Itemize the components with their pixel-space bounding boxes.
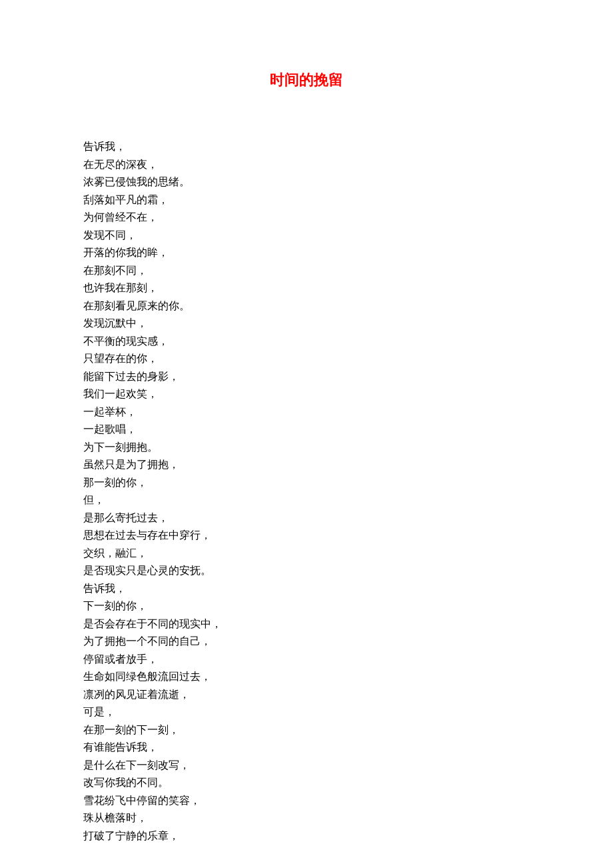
poem-line: 但， <box>83 491 530 509</box>
poem-line: 告诉我， <box>83 580 530 598</box>
poem-line: 下一刻的你， <box>83 597 530 615</box>
poem-line: 珠从檐落时， <box>83 809 530 827</box>
poem-line: 生命如同绿色般流回过去， <box>83 668 530 686</box>
poem-line: 是那么寄托过去， <box>83 509 530 527</box>
poem-line: 不平衡的现实感， <box>83 333 530 351</box>
poem-line: 那一刻的你， <box>83 474 530 492</box>
poem-line: 开落的你我的眸， <box>83 244 530 262</box>
poem-line: 有谁能告诉我， <box>83 739 530 757</box>
poem-line: 交织，融汇， <box>83 545 530 563</box>
poem-line: 一起歌唱， <box>83 421 530 439</box>
poem-line: 也许我在那刻， <box>83 279 530 297</box>
poem-line: 打破了宁静的乐章， <box>83 827 530 845</box>
poem-line: 发现沉默中， <box>83 315 530 333</box>
page-title: 时间的挽留 <box>83 70 530 90</box>
poem-line: 只望存在的你， <box>83 350 530 368</box>
poem-line: 改写你我的不同。 <box>83 774 530 792</box>
poem-line: 雪花纷飞中停留的笑容， <box>83 792 530 810</box>
poem-line: 发现不同， <box>83 227 530 245</box>
poem-line: 停留或者放手， <box>83 651 530 669</box>
poem-line: 为何曾经不在， <box>83 209 530 227</box>
poem-line: 是否会存在于不同的现实中， <box>83 615 530 633</box>
poem-line: 思想在过去与存在中穿行， <box>83 527 530 545</box>
poem-line: 凛冽的风见证着流逝， <box>83 686 530 704</box>
poem-line: 为下一刻拥抱。 <box>83 439 530 457</box>
poem-line: 在无尽的深夜， <box>83 156 530 174</box>
poem-line: 可是， <box>83 703 530 721</box>
poem-line: 在那一刻的下一刻， <box>83 721 530 739</box>
poem-line: 告诉我， <box>83 138 530 156</box>
poem-line: 刮落如平凡的霜， <box>83 191 530 209</box>
poem-line: 浓雾已侵蚀我的思绪。 <box>83 173 530 191</box>
poem-line: 我们一起欢笑， <box>83 385 530 403</box>
poem-line: 一起举杯， <box>83 403 530 421</box>
poem-line: 是什么在下一刻改写， <box>83 757 530 775</box>
poem-line: 在那刻看见原来的你。 <box>83 297 530 315</box>
poem-line: 在那刻不同， <box>83 262 530 280</box>
poem-line: 虽然只是为了拥抱， <box>83 456 530 474</box>
poem-line: 是否现实只是心灵的安抚。 <box>83 562 530 580</box>
poem-line: 能留下过去的身影， <box>83 368 530 386</box>
poem-line: 为了拥抱一个不同的自己， <box>83 633 530 651</box>
poem-body: 告诉我，在无尽的深夜，浓雾已侵蚀我的思绪。刮落如平凡的霜，为何曾经不在，发现不同… <box>83 138 530 845</box>
